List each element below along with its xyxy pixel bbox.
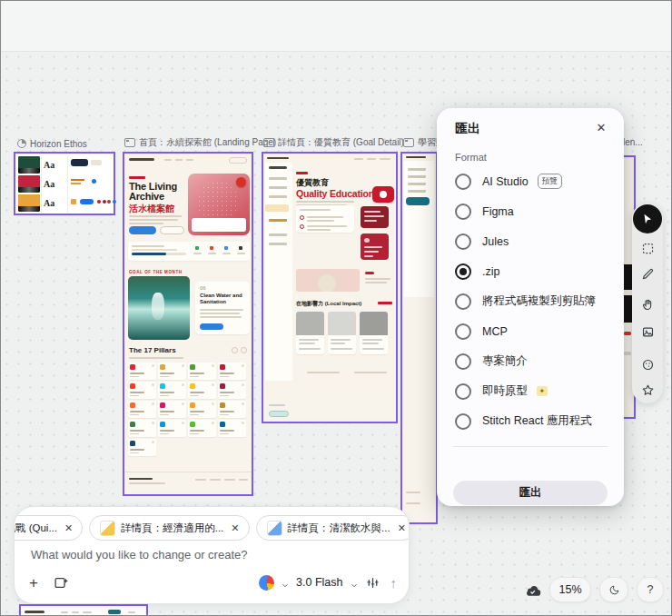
context-chip[interactable]: 詳情頁：清潔飲水與... ✕ — [256, 515, 410, 541]
format-option[interactable]: .zip — [455, 256, 609, 286]
screen-icon — [263, 138, 274, 147]
frame-landing-page[interactable]: The LivingArchive 活水檔案館 GOAL OF THE MONT… — [123, 152, 253, 496]
context-chip[interactable]: 週挑戰 (Qui... ✕ — [14, 515, 83, 541]
preview-badge: 預覽 — [538, 174, 562, 189]
prompt-panel: 週挑戰 (Qui... ✕ 詳情頁：經濟適用的... ✕ 詳情頁：清潔飲水與..… — [14, 506, 410, 604]
pillar-card — [128, 420, 156, 437]
waterfall-photo — [128, 276, 190, 340]
landing-title: The LivingArchive — [129, 182, 177, 202]
button-sample-dark — [71, 159, 88, 166]
local-impact-link — [378, 302, 392, 304]
frame-label[interactable]: Horizon Ethos — [17, 138, 87, 149]
radio-button[interactable] — [455, 353, 471, 370]
model-icon[interactable] — [259, 575, 274, 591]
frame-styleguide[interactable]: AaAaAa — [14, 152, 115, 215]
palette-dot — [97, 200, 101, 204]
close-icon[interactable]: ✕ — [591, 117, 611, 137]
format-option[interactable]: AI Studio 預覽 — [455, 166, 609, 196]
goal-fab — [372, 186, 394, 203]
star-icon[interactable] — [637, 380, 657, 400]
pillar-card — [128, 382, 156, 399]
impact-card — [328, 312, 356, 354]
format-option[interactable]: MCP — [455, 316, 609, 346]
format-option[interactable]: Figma — [455, 196, 609, 226]
color-swatch — [18, 175, 40, 193]
radio-button[interactable] — [455, 383, 471, 400]
teal-button — [406, 197, 430, 205]
format-option[interactable]: Jules — [455, 226, 609, 256]
radio-button[interactable] — [455, 174, 471, 190]
format-option[interactable]: 專案簡介 — [455, 346, 609, 376]
frame-learning[interactable] — [400, 152, 438, 524]
send-icon[interactable]: ↑ — [390, 575, 398, 591]
format-option-label: Figma — [482, 205, 514, 218]
frame-goal-detail[interactable]: 優質教育 Quality Education 在地影響力 (Local Impa… — [262, 152, 398, 423]
model-selector[interactable]: 3.0 Flash — [296, 576, 342, 589]
hand-tool-icon[interactable] — [637, 294, 657, 314]
prompt-input[interactable] — [29, 547, 378, 562]
frame-label-text: 詳情頁：優質教育 (Goal Detail) — [278, 136, 404, 149]
format-option-label: 專案簡介 — [482, 353, 528, 369]
marquee-select-icon[interactable] — [637, 238, 657, 258]
radio-button[interactable] — [455, 233, 471, 250]
radio-button[interactable] — [455, 263, 471, 280]
pillar-card — [188, 420, 216, 437]
format-option[interactable]: 將程式碼複製到剪貼簿 — [455, 286, 609, 316]
pen-tool-icon[interactable] — [637, 263, 657, 283]
frame-partial-bottom[interactable] — [19, 604, 148, 616]
export-submit-button[interactable]: 匯出 — [453, 481, 608, 505]
dark-mode-toggle[interactable] — [599, 577, 628, 602]
format-option-label: 將程式碼複製到剪貼簿 — [482, 293, 596, 309]
frame-label-text: Horizon Ethos — [30, 139, 87, 149]
type-sample: Aa — [44, 155, 65, 174]
radio-button[interactable] — [455, 293, 471, 310]
palette-dot — [113, 200, 116, 204]
tune-icon[interactable] — [365, 575, 380, 591]
chip-label: 詳情頁：清潔飲水與... — [288, 522, 390, 535]
divider — [453, 446, 608, 447]
format-option[interactable]: 即時原型 ✦ — [455, 376, 609, 406]
format-option[interactable]: Stitch React 應用程式 — [455, 406, 609, 436]
landing-cta-primary — [129, 226, 156, 234]
chip-remove-icon[interactable]: ✕ — [64, 522, 73, 534]
pillar-card — [218, 382, 246, 399]
chevron-down-icon[interactable] — [281, 578, 290, 587]
cursor-tool-icon[interactable] — [633, 204, 662, 233]
teal-chip — [108, 610, 121, 614]
chip-remove-icon[interactable]: ✕ — [398, 522, 406, 534]
status-bar: 15% ? — [524, 577, 664, 602]
chip-thumbnail — [267, 521, 282, 536]
frame-label[interactable]: 首頁：永續探索館 (Landing Page) — [124, 137, 276, 148]
frame-label[interactable]: 詳情頁：優質教育 (Goal Detail) — [263, 137, 404, 148]
color-swatch — [18, 156, 40, 174]
radio-button[interactable] — [455, 204, 471, 220]
pillar-card — [218, 401, 246, 418]
zoom-level[interactable]: 15% — [549, 577, 591, 602]
sidebar-active-item — [265, 204, 289, 212]
water-card: 06 Clean Water and Sanitation — [195, 282, 250, 334]
pillar-card — [158, 363, 186, 380]
add-attachment-icon[interactable]: + — [29, 575, 38, 591]
radio-button[interactable] — [455, 323, 471, 340]
export-dialog: 匯出 ✕ Format AI Studio 預覽 Figma — [437, 108, 624, 506]
impact-card — [360, 312, 388, 354]
water-card-number: 06 — [200, 285, 206, 291]
local-impact-title: 在地影響力 (Local Impact) — [296, 300, 361, 308]
theme-palette-icon[interactable] — [637, 354, 657, 374]
sparkle-badge: ✦ — [537, 386, 548, 396]
carousel-prev — [232, 347, 238, 353]
pillar-card — [218, 363, 246, 380]
chevron-down-icon[interactable] — [350, 578, 359, 587]
radio-button[interactable] — [455, 413, 471, 430]
pillar-card — [128, 401, 156, 418]
pillar-card — [128, 363, 156, 380]
help-button[interactable]: ? — [637, 577, 664, 602]
context-chip[interactable]: 詳情頁：經濟適用的... ✕ — [89, 515, 249, 541]
impact-card — [296, 312, 324, 354]
image-tool-icon[interactable] — [637, 322, 657, 342]
screen-icon — [124, 138, 135, 147]
add-frame-icon[interactable] — [54, 575, 69, 591]
chip-remove-icon[interactable]: ✕ — [231, 522, 239, 534]
type-samples: AaAaAa — [44, 155, 65, 213]
type-sample: Aa — [44, 174, 65, 194]
